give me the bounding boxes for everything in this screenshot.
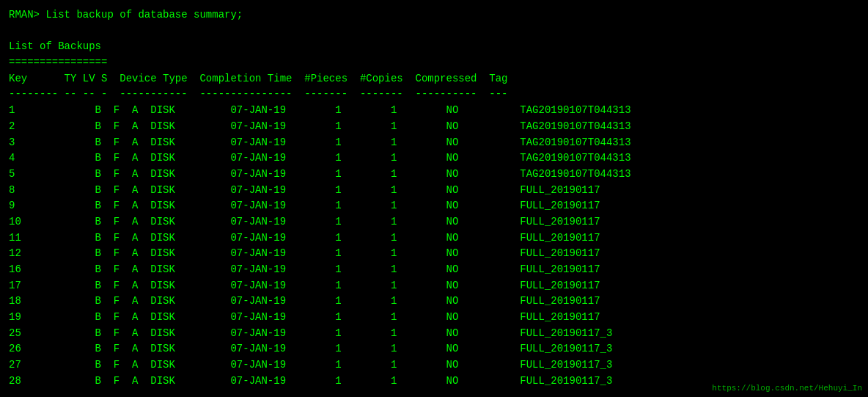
table-row: 1 B F A DISK 07-JAN-19 1 1 NO TAG2019010… (9, 103, 859, 119)
table-row: 11 B F A DISK 07-JAN-19 1 1 NO FULL_2019… (9, 230, 859, 247)
table-row: 18 B F A DISK 07-JAN-19 1 1 NO FULL_2019… (9, 294, 859, 310)
table-header-dashes: -------- -- -- - ----------- -----------… (9, 87, 859, 103)
prompt-line: RMAN> List backup of database summary; (9, 7, 859, 23)
table-row: 26 B F A DISK 07-JAN-19 1 1 NO FULL_2019… (9, 341, 859, 357)
terminal-window: RMAN> List backup of database summary; L… (0, 0, 868, 397)
table-row: 17 B F A DISK 07-JAN-19 1 1 NO FULL_2019… (9, 278, 859, 294)
separator: ================ (9, 55, 859, 71)
table-row: 19 B F A DISK 07-JAN-19 1 1 NO FULL_2019… (9, 310, 859, 326)
blank-line-1 (9, 23, 859, 40)
table-row: 16 B F A DISK 07-JAN-19 1 1 NO FULL_2019… (9, 262, 859, 278)
table-row: 10 B F A DISK 07-JAN-19 1 1 NO FULL_2019… (9, 214, 859, 230)
table-row: 5 B F A DISK 07-JAN-19 1 1 NO TAG2019010… (9, 167, 859, 183)
table-row: 9 B F A DISK 07-JAN-19 1 1 NO FULL_20190… (9, 198, 859, 214)
table-body: 1 B F A DISK 07-JAN-19 1 1 NO TAG2019010… (9, 103, 859, 389)
table-header: Key TY LV S Device Type Completion Time … (9, 71, 859, 87)
watermark: https://blog.csdn.net/Hehuyi_In (712, 384, 862, 393)
table-row: 27 B F A DISK 07-JAN-19 1 1 NO FULL_2019… (9, 357, 859, 374)
table-row: 2 B F A DISK 07-JAN-19 1 1 NO TAG2019010… (9, 119, 859, 135)
table-row: 25 B F A DISK 07-JAN-19 1 1 NO FULL_2019… (9, 326, 859, 342)
table-row: 4 B F A DISK 07-JAN-19 1 1 NO TAG2019010… (9, 150, 859, 167)
table-row: 8 B F A DISK 07-JAN-19 1 1 NO FULL_20190… (9, 183, 859, 199)
table-row: 12 B F A DISK 07-JAN-19 1 1 NO FULL_2019… (9, 246, 859, 262)
section-title: List of Backups (9, 39, 859, 55)
table-row: 3 B F A DISK 07-JAN-19 1 1 NO TAG2019010… (9, 135, 859, 151)
